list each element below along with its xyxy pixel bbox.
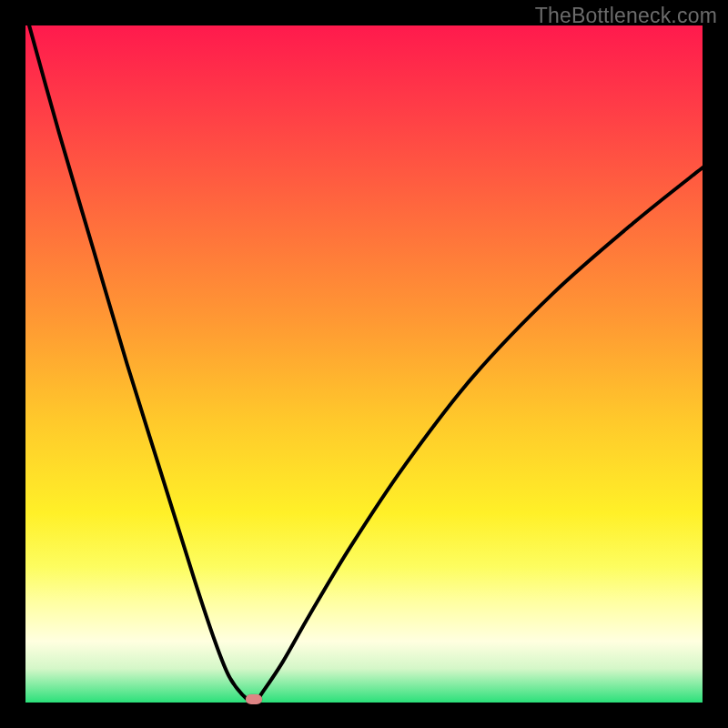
watermark-text: TheBottleneck.com [535, 4, 717, 28]
value-marker [246, 694, 262, 704]
curve-path [25, 12, 703, 703]
plot-area [25, 25, 703, 703]
bottleneck-curve [25, 25, 703, 703]
chart-frame: TheBottleneck.com [0, 0, 728, 728]
